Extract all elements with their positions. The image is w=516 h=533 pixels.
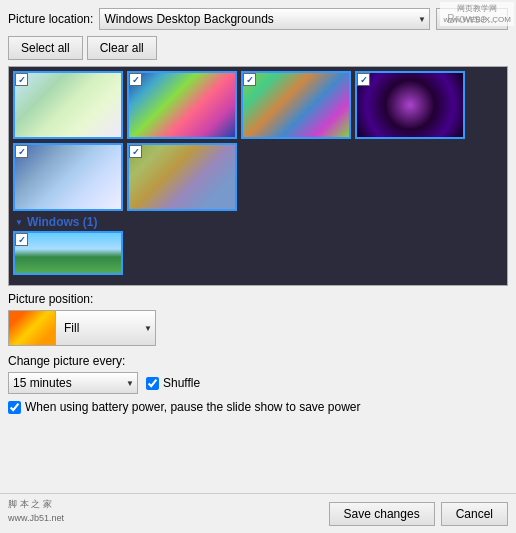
picture-location-select[interactable]: Windows Desktop Backgrounds Solid Colors… (99, 8, 430, 30)
image-thumbnail (241, 71, 351, 139)
select-all-button[interactable]: Select all (8, 36, 83, 60)
shuffle-label: Shuffle (163, 376, 200, 390)
position-select[interactable]: Fill Fit Stretch Tile Center (56, 310, 156, 346)
list-item[interactable]: ✓ (13, 71, 123, 139)
cancel-button[interactable]: Cancel (441, 502, 508, 526)
picture-position-label: Picture position: (8, 292, 508, 306)
image-checkbox[interactable]: ✓ (15, 145, 28, 158)
image-checkbox[interactable]: ✓ (129, 73, 142, 86)
interval-select-wrapper: 10 seconds 30 seconds 1 minute 2 minutes… (8, 372, 138, 394)
image-checkbox[interactable]: ✓ (243, 73, 256, 86)
position-select-wrapper: Fill Fit Stretch Tile Center (56, 310, 156, 346)
image-checkbox[interactable]: ✓ (15, 73, 28, 86)
battery-row: When using battery power, pause the slid… (8, 400, 508, 414)
image-thumbnail (355, 71, 465, 139)
image-thumbnail (127, 143, 237, 211)
picture-location-row: Picture location: Windows Desktop Backgr… (8, 8, 508, 30)
shuffle-row: Shuffle (146, 376, 200, 390)
section-header[interactable]: ▼ Windows (1) (13, 213, 503, 231)
list-item[interactable]: ✓ (355, 71, 465, 139)
watermark-bottom: 脚 本 之 家 www.Jb51.net (8, 498, 64, 525)
windows-image-grid: ✓ (13, 231, 503, 275)
list-item[interactable]: ✓ (241, 71, 351, 139)
change-picture-section: Change picture every: 10 seconds 30 seco… (8, 354, 508, 394)
picture-location-select-wrapper: Windows Desktop Backgrounds Solid Colors… (99, 8, 430, 30)
windows-section: ▼ Windows (1) ✓ (13, 211, 503, 277)
image-thumbnail (127, 71, 237, 139)
main-container: 网页教学网 www.WEBJX.COM Picture location: Wi… (0, 0, 516, 533)
interval-select[interactable]: 10 seconds 30 seconds 1 minute 2 minutes… (8, 372, 138, 394)
image-checkbox[interactable]: ✓ (129, 145, 142, 158)
change-picture-label: Change picture every: (8, 354, 508, 368)
select-clear-row: Select all Clear all (8, 36, 508, 60)
image-grid-area[interactable]: ✓ ✓ ✓ ✓ ✓ ✓ (8, 66, 508, 286)
image-grid: ✓ ✓ ✓ ✓ ✓ ✓ (13, 71, 503, 211)
list-item[interactable]: ✓ (127, 143, 237, 211)
battery-checkbox[interactable] (8, 401, 21, 414)
position-preview (8, 310, 56, 346)
image-thumbnail (13, 231, 123, 275)
image-thumbnail (13, 143, 123, 211)
image-checkbox[interactable]: ✓ (15, 233, 28, 246)
battery-label: When using battery power, pause the slid… (25, 400, 361, 414)
save-changes-button[interactable]: Save changes (329, 502, 435, 526)
image-checkbox[interactable]: ✓ (357, 73, 370, 86)
shuffle-checkbox[interactable] (146, 377, 159, 390)
watermark-top: 网页教学网 www.WEBJX.COM (440, 2, 514, 26)
picture-location-label: Picture location: (8, 12, 93, 26)
bottom-bar: 脚 本 之 家 www.Jb51.net Save changes Cancel (0, 493, 516, 533)
picture-position-section: Picture position: Fill Fit Stretch Tile … (8, 292, 508, 346)
clear-all-button[interactable]: Clear all (87, 36, 157, 60)
list-item[interactable]: ✓ (13, 231, 123, 275)
list-item[interactable]: ✓ (127, 71, 237, 139)
image-thumbnail (13, 71, 123, 139)
section-title: Windows (1) (27, 215, 98, 229)
picture-position-row: Fill Fit Stretch Tile Center (8, 310, 508, 346)
list-item[interactable]: ✓ (13, 143, 123, 211)
change-picture-row: 10 seconds 30 seconds 1 minute 2 minutes… (8, 372, 508, 394)
collapse-icon: ▼ (15, 218, 23, 227)
